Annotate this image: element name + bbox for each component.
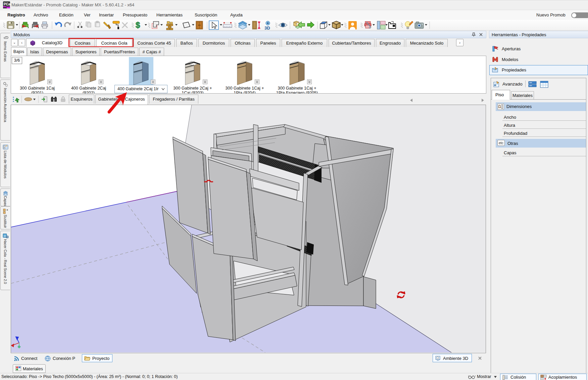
svg-text:3D: 3D xyxy=(264,25,270,31)
svg-text:$: $ xyxy=(136,20,140,30)
svg-text:PCa: PCa xyxy=(4,2,10,6)
